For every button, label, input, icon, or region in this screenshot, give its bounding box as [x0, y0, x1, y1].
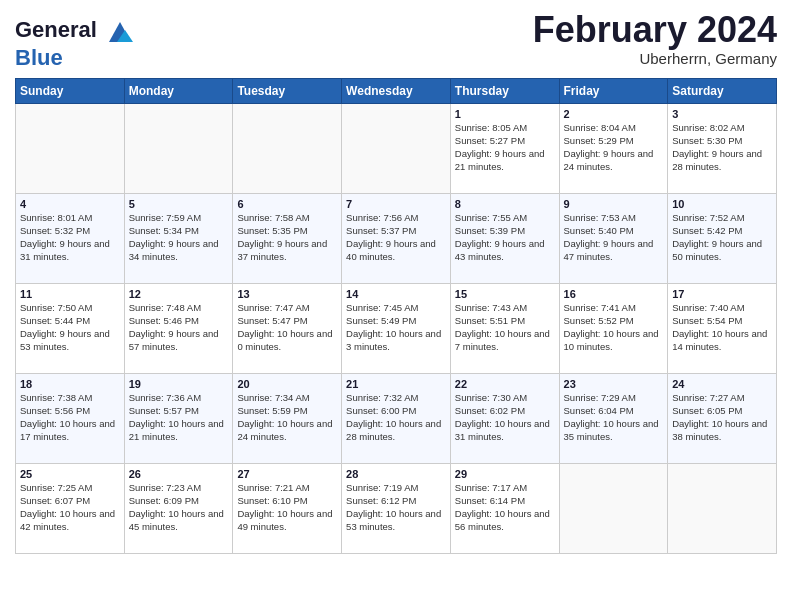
- day-number: 8: [455, 198, 555, 210]
- calendar-cell: 25Sunrise: 7:25 AM Sunset: 6:07 PM Dayli…: [16, 464, 125, 554]
- location-subtitle: Uberherrn, Germany: [533, 50, 777, 67]
- calendar-cell: 23Sunrise: 7:29 AM Sunset: 6:04 PM Dayli…: [559, 374, 668, 464]
- day-info: Sunrise: 8:02 AM Sunset: 5:30 PM Dayligh…: [672, 122, 772, 173]
- calendar-cell: 3Sunrise: 8:02 AM Sunset: 5:30 PM Daylig…: [668, 104, 777, 194]
- weekday-header-sunday: Sunday: [16, 79, 125, 104]
- calendar-cell: 14Sunrise: 7:45 AM Sunset: 5:49 PM Dayli…: [342, 284, 451, 374]
- calendar-cell: 15Sunrise: 7:43 AM Sunset: 5:51 PM Dayli…: [450, 284, 559, 374]
- calendar-cell: 18Sunrise: 7:38 AM Sunset: 5:56 PM Dayli…: [16, 374, 125, 464]
- calendar-cell: 2Sunrise: 8:04 AM Sunset: 5:29 PM Daylig…: [559, 104, 668, 194]
- day-info: Sunrise: 7:45 AM Sunset: 5:49 PM Dayligh…: [346, 302, 446, 353]
- page-header: General Blue February 2024 Uberherrn, Ge…: [15, 10, 777, 70]
- day-number: 24: [672, 378, 772, 390]
- calendar-cell: [233, 104, 342, 194]
- day-info: Sunrise: 8:04 AM Sunset: 5:29 PM Dayligh…: [564, 122, 664, 173]
- calendar-cell: 26Sunrise: 7:23 AM Sunset: 6:09 PM Dayli…: [124, 464, 233, 554]
- calendar-cell: 29Sunrise: 7:17 AM Sunset: 6:14 PM Dayli…: [450, 464, 559, 554]
- day-number: 4: [20, 198, 120, 210]
- day-number: 19: [129, 378, 229, 390]
- day-number: 20: [237, 378, 337, 390]
- day-info: Sunrise: 7:53 AM Sunset: 5:40 PM Dayligh…: [564, 212, 664, 263]
- calendar-cell: 27Sunrise: 7:21 AM Sunset: 6:10 PM Dayli…: [233, 464, 342, 554]
- month-title: February 2024: [533, 10, 777, 50]
- logo-general: General: [15, 17, 97, 42]
- day-number: 15: [455, 288, 555, 300]
- calendar-cell: 13Sunrise: 7:47 AM Sunset: 5:47 PM Dayli…: [233, 284, 342, 374]
- calendar-table: SundayMondayTuesdayWednesdayThursdayFrid…: [15, 78, 777, 554]
- weekday-header-monday: Monday: [124, 79, 233, 104]
- calendar-week-row: 4Sunrise: 8:01 AM Sunset: 5:32 PM Daylig…: [16, 194, 777, 284]
- day-number: 7: [346, 198, 446, 210]
- day-number: 27: [237, 468, 337, 480]
- day-number: 18: [20, 378, 120, 390]
- day-number: 5: [129, 198, 229, 210]
- calendar-cell: [342, 104, 451, 194]
- day-info: Sunrise: 7:34 AM Sunset: 5:59 PM Dayligh…: [237, 392, 337, 443]
- day-number: 13: [237, 288, 337, 300]
- calendar-cell: 7Sunrise: 7:56 AM Sunset: 5:37 PM Daylig…: [342, 194, 451, 284]
- day-number: 28: [346, 468, 446, 480]
- day-number: 3: [672, 108, 772, 120]
- day-info: Sunrise: 7:40 AM Sunset: 5:54 PM Dayligh…: [672, 302, 772, 353]
- day-info: Sunrise: 7:56 AM Sunset: 5:37 PM Dayligh…: [346, 212, 446, 263]
- day-number: 21: [346, 378, 446, 390]
- calendar-cell: 6Sunrise: 7:58 AM Sunset: 5:35 PM Daylig…: [233, 194, 342, 284]
- calendar-cell: 9Sunrise: 7:53 AM Sunset: 5:40 PM Daylig…: [559, 194, 668, 284]
- day-info: Sunrise: 8:05 AM Sunset: 5:27 PM Dayligh…: [455, 122, 555, 173]
- day-number: 2: [564, 108, 664, 120]
- calendar-week-row: 18Sunrise: 7:38 AM Sunset: 5:56 PM Dayli…: [16, 374, 777, 464]
- calendar-cell: 4Sunrise: 8:01 AM Sunset: 5:32 PM Daylig…: [16, 194, 125, 284]
- calendar-cell: 5Sunrise: 7:59 AM Sunset: 5:34 PM Daylig…: [124, 194, 233, 284]
- calendar-cell: 17Sunrise: 7:40 AM Sunset: 5:54 PM Dayli…: [668, 284, 777, 374]
- weekday-header-saturday: Saturday: [668, 79, 777, 104]
- day-number: 23: [564, 378, 664, 390]
- day-info: Sunrise: 7:38 AM Sunset: 5:56 PM Dayligh…: [20, 392, 120, 443]
- day-info: Sunrise: 7:32 AM Sunset: 6:00 PM Dayligh…: [346, 392, 446, 443]
- day-info: Sunrise: 7:17 AM Sunset: 6:14 PM Dayligh…: [455, 482, 555, 533]
- day-info: Sunrise: 7:50 AM Sunset: 5:44 PM Dayligh…: [20, 302, 120, 353]
- calendar-cell: 22Sunrise: 7:30 AM Sunset: 6:02 PM Dayli…: [450, 374, 559, 464]
- weekday-header-wednesday: Wednesday: [342, 79, 451, 104]
- calendar-week-row: 25Sunrise: 7:25 AM Sunset: 6:07 PM Dayli…: [16, 464, 777, 554]
- day-number: 17: [672, 288, 772, 300]
- calendar-cell: 24Sunrise: 7:27 AM Sunset: 6:05 PM Dayli…: [668, 374, 777, 464]
- day-info: Sunrise: 7:23 AM Sunset: 6:09 PM Dayligh…: [129, 482, 229, 533]
- day-info: Sunrise: 7:47 AM Sunset: 5:47 PM Dayligh…: [237, 302, 337, 353]
- calendar-cell: 11Sunrise: 7:50 AM Sunset: 5:44 PM Dayli…: [16, 284, 125, 374]
- day-number: 25: [20, 468, 120, 480]
- day-info: Sunrise: 7:29 AM Sunset: 6:04 PM Dayligh…: [564, 392, 664, 443]
- day-number: 16: [564, 288, 664, 300]
- logo: General Blue: [15, 16, 135, 70]
- calendar-cell: 19Sunrise: 7:36 AM Sunset: 5:57 PM Dayli…: [124, 374, 233, 464]
- day-info: Sunrise: 8:01 AM Sunset: 5:32 PM Dayligh…: [20, 212, 120, 263]
- logo-icon: [105, 16, 135, 46]
- calendar-header-row: SundayMondayTuesdayWednesdayThursdayFrid…: [16, 79, 777, 104]
- calendar-cell: 21Sunrise: 7:32 AM Sunset: 6:00 PM Dayli…: [342, 374, 451, 464]
- day-info: Sunrise: 7:52 AM Sunset: 5:42 PM Dayligh…: [672, 212, 772, 263]
- day-number: 9: [564, 198, 664, 210]
- day-info: Sunrise: 7:36 AM Sunset: 5:57 PM Dayligh…: [129, 392, 229, 443]
- day-number: 1: [455, 108, 555, 120]
- day-info: Sunrise: 7:58 AM Sunset: 5:35 PM Dayligh…: [237, 212, 337, 263]
- calendar-cell: 28Sunrise: 7:19 AM Sunset: 6:12 PM Dayli…: [342, 464, 451, 554]
- calendar-cell: 8Sunrise: 7:55 AM Sunset: 5:39 PM Daylig…: [450, 194, 559, 284]
- day-number: 6: [237, 198, 337, 210]
- day-info: Sunrise: 7:21 AM Sunset: 6:10 PM Dayligh…: [237, 482, 337, 533]
- day-number: 14: [346, 288, 446, 300]
- day-info: Sunrise: 7:19 AM Sunset: 6:12 PM Dayligh…: [346, 482, 446, 533]
- calendar-week-row: 11Sunrise: 7:50 AM Sunset: 5:44 PM Dayli…: [16, 284, 777, 374]
- title-block: February 2024 Uberherrn, Germany: [533, 10, 777, 67]
- weekday-header-tuesday: Tuesday: [233, 79, 342, 104]
- day-info: Sunrise: 7:41 AM Sunset: 5:52 PM Dayligh…: [564, 302, 664, 353]
- day-info: Sunrise: 7:59 AM Sunset: 5:34 PM Dayligh…: [129, 212, 229, 263]
- day-number: 11: [20, 288, 120, 300]
- day-number: 10: [672, 198, 772, 210]
- day-number: 29: [455, 468, 555, 480]
- day-info: Sunrise: 7:30 AM Sunset: 6:02 PM Dayligh…: [455, 392, 555, 443]
- calendar-cell: [16, 104, 125, 194]
- day-info: Sunrise: 7:55 AM Sunset: 5:39 PM Dayligh…: [455, 212, 555, 263]
- calendar-week-row: 1Sunrise: 8:05 AM Sunset: 5:27 PM Daylig…: [16, 104, 777, 194]
- calendar-cell: [559, 464, 668, 554]
- calendar-cell: [668, 464, 777, 554]
- day-info: Sunrise: 7:25 AM Sunset: 6:07 PM Dayligh…: [20, 482, 120, 533]
